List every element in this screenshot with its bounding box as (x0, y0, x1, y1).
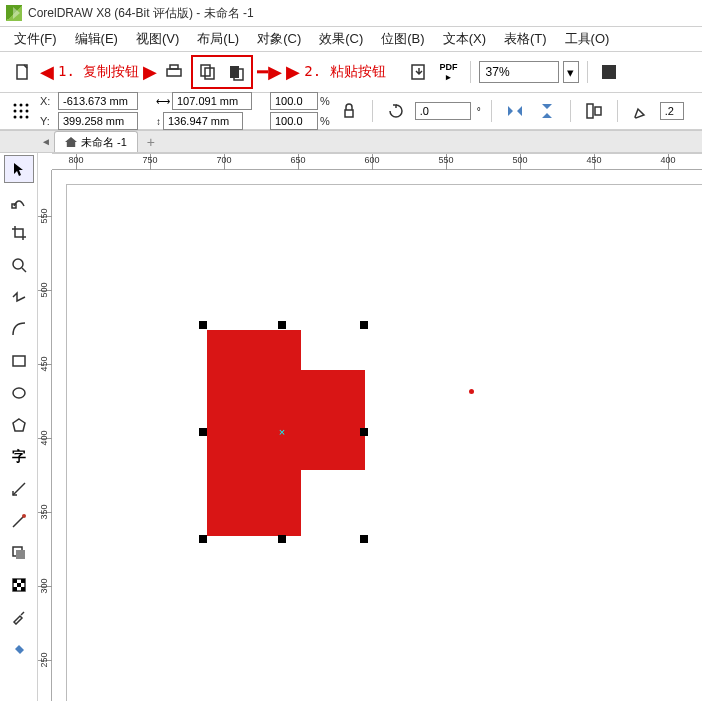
rotation-button[interactable] (383, 98, 409, 124)
polygon-tool[interactable] (4, 411, 34, 439)
svg-rect-33 (21, 587, 25, 591)
selection-handle[interactable] (360, 428, 368, 436)
menu-file[interactable]: 文件(F) (14, 30, 57, 48)
import-icon (410, 63, 428, 81)
outline-pen-button[interactable] (628, 98, 654, 124)
connector-tool[interactable] (4, 507, 34, 535)
arrow-icon: ▶ (286, 63, 300, 81)
red-shape-2[interactable] (283, 370, 365, 470)
arrow-icon: ◀ (40, 63, 54, 81)
x-position-input[interactable] (58, 92, 138, 110)
arrow-icon: ▶ (143, 63, 157, 81)
paste-button[interactable] (223, 59, 249, 85)
svg-rect-27 (16, 550, 25, 559)
object-origin-button[interactable] (8, 98, 34, 124)
menu-table[interactable]: 表格(T) (504, 30, 547, 48)
zoom-tool[interactable] (4, 251, 34, 279)
x-label: X: (40, 95, 56, 107)
selection-handle[interactable] (278, 535, 286, 543)
crop-tool[interactable] (4, 219, 34, 247)
artistic-media-tool[interactable] (4, 315, 34, 343)
canvas[interactable]: × (52, 170, 702, 701)
menu-effect[interactable]: 效果(C) (319, 30, 363, 48)
import-button[interactable] (406, 59, 432, 85)
menu-edit[interactable]: 编辑(E) (75, 30, 118, 48)
print-icon (165, 63, 183, 81)
selection-center-icon[interactable]: × (278, 428, 286, 436)
crop-icon (11, 225, 27, 241)
menu-view[interactable]: 视图(V) (136, 30, 179, 48)
fullscreen-button[interactable] (596, 59, 622, 85)
lock-icon (342, 102, 356, 120)
mirror-v-button[interactable] (534, 98, 560, 124)
svg-point-13 (20, 110, 23, 113)
tab-add-button[interactable]: + (142, 133, 160, 151)
svg-point-12 (14, 110, 17, 113)
svg-point-24 (13, 388, 25, 398)
y-position-input[interactable] (58, 112, 138, 130)
svg-rect-2 (170, 65, 178, 69)
connector-icon (11, 513, 27, 529)
document-tab[interactable]: 未命名 -1 (54, 131, 138, 152)
selection-handle[interactable] (360, 321, 368, 329)
outline-width-input[interactable] (660, 102, 684, 120)
rotation-input[interactable] (415, 102, 471, 120)
selection-handle[interactable] (360, 535, 368, 543)
svg-rect-30 (21, 579, 25, 583)
freehand-tool[interactable] (4, 283, 34, 311)
tab-label: 未命名 -1 (81, 135, 127, 150)
selection-handle[interactable] (199, 535, 207, 543)
zoom-dropdown-button[interactable]: ▾ (563, 61, 579, 83)
copy-button[interactable] (195, 59, 221, 85)
copy-paste-highlight (191, 55, 253, 89)
width-input[interactable] (172, 92, 252, 110)
tab-prev-button[interactable]: ◄ (38, 136, 54, 147)
horizontal-ruler[interactable]: 800750700650600550500450400 (52, 153, 702, 170)
transparency-tool[interactable] (4, 571, 34, 599)
height-icon: ↕ (156, 116, 161, 127)
mirror-h-button[interactable] (502, 98, 528, 124)
vertical-ruler[interactable]: 550500450400350300250 (38, 170, 52, 701)
title-bar: CorelDRAW X8 (64-Bit 评估版) - 未命名 -1 (0, 0, 702, 26)
ellipse-tool[interactable] (4, 379, 34, 407)
svg-rect-20 (595, 107, 601, 115)
scale-x-input[interactable] (270, 92, 318, 110)
svg-point-11 (26, 104, 29, 107)
canvas-area: 800750700650600550500450400 550500450400… (38, 153, 702, 701)
drawing-page[interactable]: × (66, 184, 702, 701)
pick-tool[interactable] (4, 155, 34, 183)
rectangle-tool[interactable] (4, 347, 34, 375)
selection-handle[interactable] (199, 321, 207, 329)
export-pdf-button[interactable]: PDF▸ (436, 59, 462, 85)
fill-tool[interactable] (4, 635, 34, 663)
svg-point-25 (22, 514, 26, 518)
menu-text[interactable]: 文本(X) (443, 30, 486, 48)
menu-layout[interactable]: 布局(L) (197, 30, 239, 48)
paste-icon (227, 63, 245, 81)
align-button[interactable] (581, 98, 607, 124)
lock-ratio-button[interactable] (336, 98, 362, 124)
svg-rect-18 (345, 110, 353, 117)
document-tab-bar: ◄ 未命名 -1 + (0, 130, 702, 153)
zoom-level-select[interactable] (479, 61, 559, 83)
selection-handle[interactable] (278, 321, 286, 329)
menu-bitmap[interactable]: 位图(B) (381, 30, 424, 48)
svg-point-22 (13, 259, 23, 269)
print-button[interactable] (161, 59, 187, 85)
menu-tools[interactable]: 工具(O) (565, 30, 610, 48)
menu-object[interactable]: 对象(C) (257, 30, 301, 48)
scale-y-input[interactable] (270, 112, 318, 130)
text-tool[interactable]: 字 (4, 443, 34, 471)
rectangle-icon (11, 353, 27, 369)
eyedropper-icon (11, 609, 27, 625)
selection-handle[interactable] (199, 428, 207, 436)
shape-tool[interactable] (4, 187, 34, 215)
height-input[interactable] (163, 112, 243, 130)
percent-label: % (320, 115, 330, 127)
dropshadow-tool[interactable] (4, 539, 34, 567)
new-button[interactable] (10, 59, 36, 85)
eyedropper-tool[interactable] (4, 603, 34, 631)
dimension-tool[interactable] (4, 475, 34, 503)
svg-point-17 (26, 116, 29, 119)
width-icon: ⟷ (156, 96, 170, 107)
